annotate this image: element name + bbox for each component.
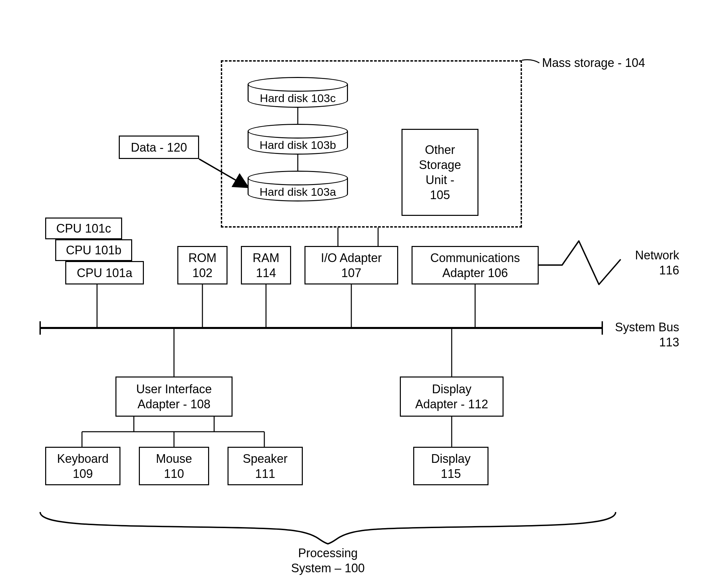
display-adapter: Display Adapter - 112 (400, 377, 503, 417)
processing-system-diagram: Mass storage - 104 Hard disk 103c Hard d… (0, 0, 712, 588)
hard-disk-103c: Hard disk 103c (247, 77, 348, 108)
rom: ROM 102 (177, 246, 228, 285)
cpu-101b: CPU 101b (55, 239, 132, 261)
user-interface-adapter: User Interface Adapter - 108 (115, 377, 233, 417)
io-adapter: I/O Adapter 107 (304, 246, 398, 285)
keyboard: Keyboard 109 (45, 447, 121, 485)
hard-disk-103b: Hard disk 103b (247, 124, 348, 154)
cpu-101c: CPU 101c (45, 217, 122, 239)
system-bus-label: System Bus 113 (602, 320, 679, 350)
communications-adapter: Communications Adapter 106 (412, 246, 539, 285)
network-label: Network 116 (622, 248, 679, 278)
hard-disk-103a: Hard disk 103a (247, 171, 348, 202)
display: Display 115 (413, 447, 489, 485)
mass-storage-label: Mass storage - 104 (542, 55, 645, 70)
other-storage-unit: Other Storage Unit - 105 (402, 129, 478, 216)
cpu-101a: CPU 101a (65, 261, 144, 285)
data-label-box: Data - 120 (119, 135, 199, 159)
caption: Processing System – 100 (261, 546, 395, 575)
speaker: Speaker 111 (228, 447, 303, 485)
ram: RAM 114 (241, 246, 291, 285)
mouse: Mouse 110 (139, 447, 209, 485)
